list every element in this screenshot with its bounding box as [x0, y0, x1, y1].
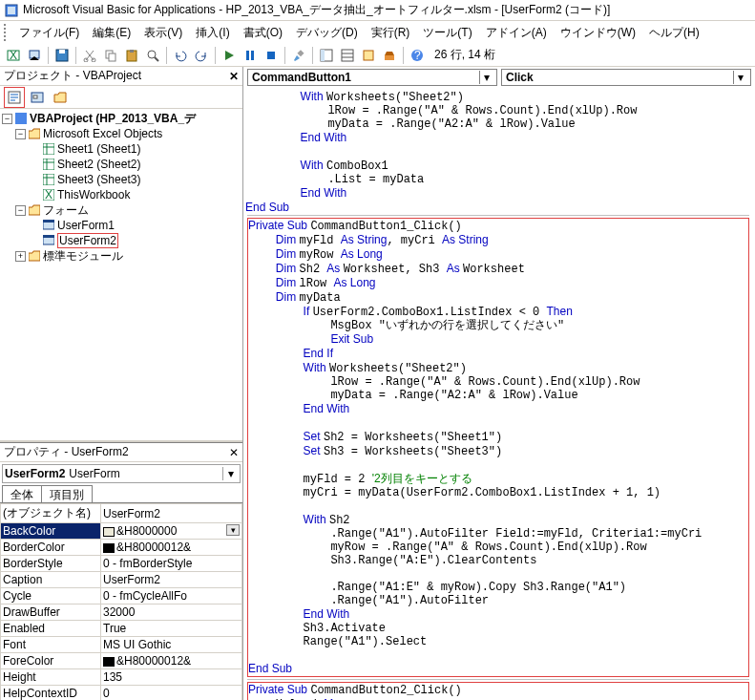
property-row[interactable]: FontMS UI Gothic: [1, 637, 242, 653]
help-icon[interactable]: ?: [408, 46, 427, 65]
svg-rect-16: [251, 51, 254, 60]
tree-userform1[interactable]: UserForm1: [57, 219, 115, 232]
expand-icon[interactable]: +: [15, 251, 26, 262]
tree-sheet1[interactable]: Sheet1 (Sheet1): [57, 142, 140, 156]
project-toolbar: [0, 86, 242, 109]
run-icon[interactable]: [220, 46, 239, 65]
workbook-icon: X: [42, 188, 55, 202]
tree-thisworkbook[interactable]: ThisWorkbook: [57, 188, 130, 202]
find-icon[interactable]: [143, 46, 162, 65]
object-browser-icon[interactable]: [359, 46, 378, 65]
expand-icon[interactable]: −: [15, 205, 26, 216]
chevron-down-icon[interactable]: ▾: [733, 71, 746, 84]
tab-categorized[interactable]: 項目別: [41, 485, 93, 502]
view-object-icon[interactable]: [27, 87, 48, 108]
code-editor[interactable]: With Worksheets("Sheet2") lRow = .Range(…: [243, 88, 755, 700]
svg-rect-1: [8, 7, 15, 14]
project-pane-title: プロジェクト - VBAProject: [4, 68, 141, 84]
tree-sheet3[interactable]: Sheet3 (Sheet3): [57, 173, 140, 186]
menu-format[interactable]: 書式(O): [238, 23, 288, 43]
redo-icon[interactable]: [192, 46, 211, 65]
svg-rect-10: [109, 53, 115, 61]
insert-dropdown-icon[interactable]: [25, 46, 44, 65]
cursor-position: 26 行, 14 桁: [434, 47, 495, 63]
project-pane-close-icon[interactable]: ✕: [229, 70, 239, 83]
sheet-icon: [42, 173, 55, 186]
reset-icon[interactable]: [262, 46, 281, 65]
undo-icon[interactable]: [171, 46, 190, 65]
property-row[interactable]: (オブジェクト名)UserForm2: [1, 504, 242, 523]
svg-rect-21: [342, 50, 353, 61]
cut-icon[interactable]: [80, 46, 99, 65]
save-icon[interactable]: [52, 46, 72, 65]
property-grid[interactable]: (オブジェクト名)UserForm2BackColor&H8000000▾Bor…: [0, 502, 242, 700]
break-icon[interactable]: [241, 46, 260, 65]
property-row[interactable]: BackColor&H8000000▾: [1, 523, 242, 540]
menu-debug[interactable]: デバッグ(D): [290, 23, 364, 43]
design-mode-icon[interactable]: [289, 46, 308, 65]
project-explorer-icon[interactable]: [317, 46, 336, 65]
project-icon: [14, 112, 28, 125]
menu-tools[interactable]: ツール(T): [417, 23, 477, 43]
expand-icon[interactable]: −: [2, 114, 12, 124]
code-header: CommandButton1▾ Click▾: [243, 67, 755, 88]
folder-icon: [28, 127, 41, 140]
svg-point-13: [148, 51, 156, 58]
svg-rect-12: [130, 50, 134, 53]
menu-edit[interactable]: 編集(E): [87, 23, 136, 43]
menu-addins[interactable]: アドイン(A): [480, 23, 553, 43]
toolbox-icon[interactable]: [380, 46, 399, 65]
tree-group-modules[interactable]: 標準モジュール: [43, 248, 123, 265]
property-row[interactable]: DrawBuffer32000: [1, 605, 242, 621]
property-row[interactable]: BorderStyle0 - fmBorderStyle: [1, 556, 242, 572]
tree-root[interactable]: VBAProject (HP_2013_VBA_デ: [30, 111, 196, 127]
properties-window-icon[interactable]: [338, 46, 357, 65]
chevron-down-icon[interactable]: ▾: [222, 467, 238, 480]
property-row[interactable]: ForeColor&H80000012&: [1, 653, 242, 669]
svg-rect-24: [364, 51, 373, 60]
property-row[interactable]: CaptionUserForm2: [1, 572, 242, 588]
toggle-folders-icon[interactable]: [50, 87, 71, 108]
project-pane-header: プロジェクト - VBAProject ✕: [0, 67, 242, 86]
view-excel-icon[interactable]: X: [4, 46, 23, 65]
paste-icon[interactable]: [122, 46, 141, 65]
sheet-icon: [42, 158, 55, 171]
property-row[interactable]: Cycle0 - fmCycleAllFo: [1, 588, 242, 605]
toolbar-handle-icon[interactable]: [4, 24, 11, 41]
menu-window[interactable]: ウインドウ(W): [555, 23, 641, 43]
svg-rect-17: [267, 52, 275, 59]
menu-help[interactable]: ヘルプ(H): [643, 23, 705, 43]
svg-rect-38: [43, 159, 54, 170]
tree-group-objects[interactable]: Microsoft Excel Objects: [43, 127, 162, 140]
vba-app-icon: [4, 3, 19, 18]
property-row[interactable]: HelpContextID0: [1, 686, 242, 701]
svg-rect-49: [43, 235, 54, 238]
svg-rect-25: [385, 55, 394, 60]
copy-icon[interactable]: [101, 46, 120, 65]
folder-icon: [28, 249, 41, 263]
properties-pane-close-icon[interactable]: ✕: [229, 446, 239, 459]
chevron-down-icon[interactable]: ▾: [226, 524, 240, 536]
object-type: UserForm: [69, 467, 222, 480]
property-row[interactable]: Height135: [1, 669, 242, 686]
expand-icon[interactable]: −: [15, 129, 26, 139]
properties-pane-title: プロパティ - UserForm2: [4, 444, 129, 460]
procedure-combo[interactable]: Click▾: [501, 69, 751, 86]
menu-file[interactable]: ファイル(F): [13, 23, 85, 43]
tree-userform2[interactable]: UserForm2: [57, 233, 118, 248]
menu-run[interactable]: 実行(R): [366, 23, 416, 43]
svg-text:X: X: [45, 189, 52, 201]
property-row[interactable]: EnabledTrue: [1, 621, 242, 637]
titlebar: Microsoft Visual Basic for Applications …: [0, 0, 755, 21]
tab-alphabetic[interactable]: 全体: [2, 485, 42, 502]
menu-view[interactable]: 表示(V): [138, 23, 188, 43]
object-combo[interactable]: CommandButton1▾: [247, 69, 497, 86]
object-selector[interactable]: UserForm2 UserForm ▾: [2, 464, 241, 483]
chevron-down-icon[interactable]: ▾: [479, 71, 493, 84]
view-code-icon[interactable]: [4, 87, 25, 108]
project-tree[interactable]: −VBAProject (HP_2013_VBA_デ −Microsoft Ex…: [0, 109, 242, 439]
property-row[interactable]: BorderColor&H80000012&: [1, 540, 242, 556]
tree-group-forms[interactable]: フォーム: [43, 202, 89, 219]
menu-insert[interactable]: 挿入(I): [190, 23, 235, 43]
tree-sheet2[interactable]: Sheet2 (Sheet2): [57, 158, 140, 171]
